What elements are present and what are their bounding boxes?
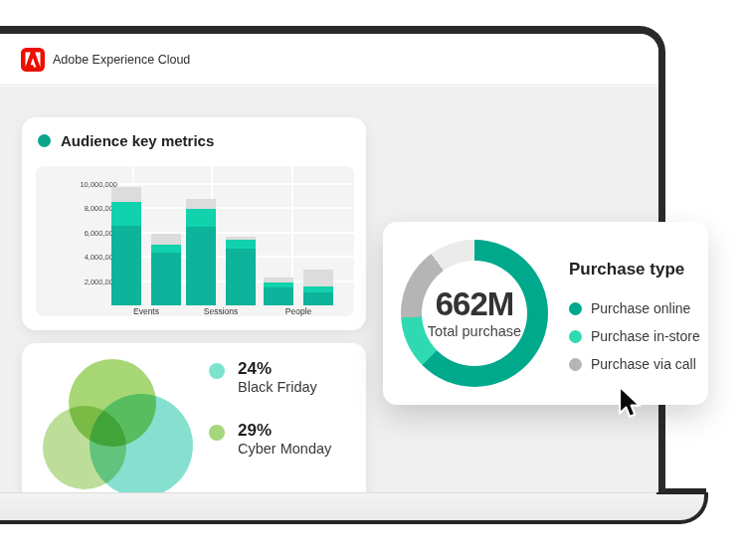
- bar-segment-sessions-1[interactable]: [186, 227, 216, 305]
- donut-center: 662M Total purchase: [422, 261, 527, 366]
- legend-dot-icon: [569, 358, 582, 371]
- bar-segment-people-1[interactable]: [264, 278, 293, 282]
- bar-segment-sessions-1[interactable]: [186, 199, 216, 209]
- legend-dot-icon: [569, 330, 582, 343]
- bar-segment-people-1[interactable]: [264, 287, 293, 305]
- purchase-type-card[interactable]: 662M Total purchase Purchase type Purcha…: [383, 222, 708, 405]
- legend-label: Black Friday: [238, 379, 317, 396]
- legend-label: Purchase in-store: [591, 328, 700, 344]
- audience-metrics-card[interactable]: Audience key metrics 10,000,0008,000,000…: [22, 117, 366, 330]
- legend-label: Cyber Monday: [238, 441, 331, 458]
- venn-circle-bottom-right-teal: [90, 394, 193, 492]
- app-title: Adobe Experience Cloud: [53, 34, 190, 86]
- donut-chart[interactable]: 662M Total purchase: [401, 240, 548, 387]
- bar-chart[interactable]: 10,000,0008,000,0006,000,0004,000,0002,0…: [36, 166, 354, 316]
- bar-segment-events-2[interactable]: [151, 245, 181, 254]
- y-axis-tick-label: 6,000,000: [36, 229, 117, 238]
- y-axis-tick-label: 8,000,000: [36, 204, 117, 213]
- bar-segment-events-1[interactable]: [111, 226, 141, 305]
- bar-segment-people-1[interactable]: [264, 282, 293, 288]
- bar-segment-people-2[interactable]: [303, 286, 333, 292]
- total-purchase-value: 662M: [436, 287, 514, 321]
- bar-segment-events-2[interactable]: [151, 234, 181, 244]
- purchase-legend-item[interactable]: Purchase in-store: [569, 322, 703, 350]
- app-header: Adobe Experience Cloud: [0, 34, 658, 86]
- purchase-type-title: Purchase type: [569, 260, 703, 280]
- x-axis-label: Sessions: [176, 306, 266, 316]
- bar-segment-events-1[interactable]: [111, 187, 141, 202]
- legend-label: Purchase online: [591, 300, 690, 316]
- bar-segment-sessions-2[interactable]: [226, 249, 256, 305]
- legend-value: 29%: [238, 421, 331, 441]
- bar-segment-people-2[interactable]: [303, 292, 333, 305]
- gridline: [95, 183, 354, 185]
- purchase-legend-item[interactable]: Purchase via call: [569, 350, 703, 378]
- venn-legend-item[interactable]: 24%Black Friday: [209, 359, 317, 396]
- mouse-cursor-icon: [612, 383, 649, 425]
- y-axis-tick-label: 2,000,000: [36, 278, 117, 286]
- metrics-card-title: Audience key metrics: [61, 132, 214, 149]
- legend-value: 24%: [238, 359, 317, 379]
- laptop-base: [0, 492, 708, 524]
- x-axis-label: People: [254, 306, 343, 316]
- adobe-logo-icon[interactable]: [21, 48, 45, 72]
- venn-legend-item[interactable]: 29%Cyber Monday: [209, 421, 331, 458]
- venn-card[interactable]: 24%Black Friday29%Cyber Monday: [22, 343, 366, 492]
- metrics-card-header: Audience key metrics: [38, 132, 214, 149]
- bullet-dot-icon: [38, 134, 51, 147]
- legend-dot-icon: [209, 425, 225, 441]
- bar-segment-people-2[interactable]: [303, 270, 333, 286]
- total-purchase-label: Total purchase: [428, 323, 521, 339]
- purchase-legend-item[interactable]: Purchase online: [569, 294, 703, 322]
- bar-segment-sessions-2[interactable]: [226, 237, 256, 241]
- bar-segment-events-1[interactable]: [111, 202, 141, 227]
- y-axis-tick-label: 4,000,000: [36, 253, 117, 262]
- bar-segment-events-2[interactable]: [151, 253, 181, 305]
- legend-label: Purchase via call: [591, 356, 696, 372]
- legend-dot-icon: [569, 302, 582, 315]
- venn-diagram: [22, 343, 221, 492]
- y-axis-tick-label: 10,000,000: [36, 180, 117, 189]
- purchase-type-legend: Purchase type Purchase onlinePurchase in…: [569, 260, 703, 378]
- bar-segment-sessions-2[interactable]: [226, 240, 256, 249]
- bar-segment-sessions-1[interactable]: [186, 209, 216, 227]
- legend-dot-icon: [209, 363, 225, 379]
- page: Adobe Experience Cloud Audience key metr…: [0, 0, 746, 560]
